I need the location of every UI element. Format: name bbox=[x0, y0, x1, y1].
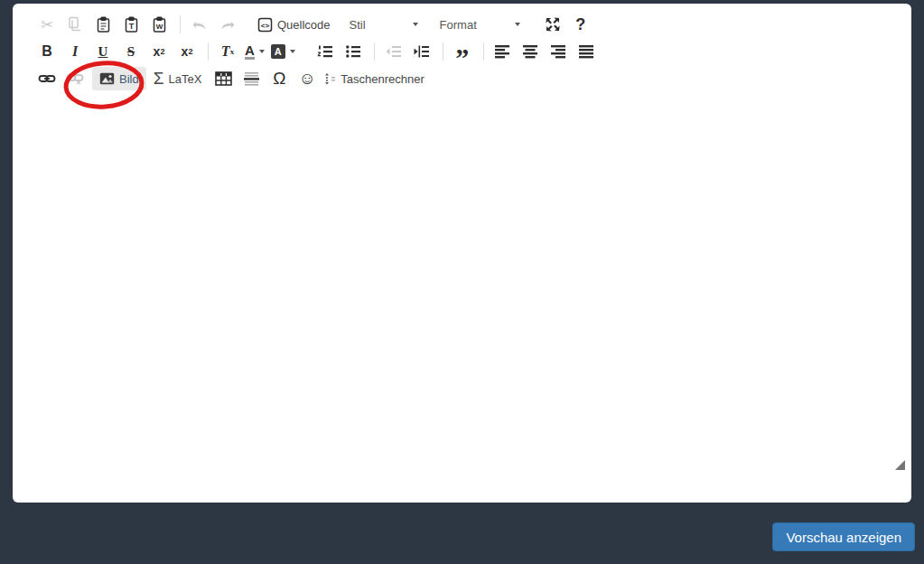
chevron-down-icon bbox=[259, 50, 265, 53]
image-button-label: Bild bbox=[119, 72, 139, 86]
maximize-button[interactable] bbox=[542, 14, 564, 35]
latex-button[interactable]: Σ LaTeX bbox=[154, 68, 202, 89]
superscript-label: x bbox=[182, 44, 189, 59]
paste-from-word-button[interactable]: W bbox=[148, 14, 170, 35]
svg-text:<>: <> bbox=[261, 21, 270, 29]
strikethrough-button[interactable]: S bbox=[120, 41, 142, 62]
bold-button[interactable]: B bbox=[36, 41, 58, 62]
align-left-button[interactable] bbox=[492, 41, 514, 62]
rich-text-editor: ✂ T W <> Quellcode bbox=[13, 4, 911, 503]
toolbar-separator bbox=[180, 15, 181, 33]
align-right-button[interactable] bbox=[548, 41, 570, 62]
source-code-icon: <> bbox=[257, 17, 273, 33]
superscript-mark: 2 bbox=[188, 47, 192, 56]
toolbar-separator bbox=[483, 42, 484, 61]
toolbar-separator bbox=[208, 42, 209, 61]
bulleted-list-icon bbox=[344, 43, 361, 60]
smiley-button[interactable]: ☺ bbox=[296, 68, 318, 89]
numbered-list-button[interactable] bbox=[314, 41, 336, 62]
omega-icon: Ω bbox=[273, 69, 285, 89]
redo-arrow-icon bbox=[219, 17, 237, 32]
bulleted-list-button[interactable] bbox=[342, 41, 364, 62]
align-left-icon bbox=[495, 44, 510, 59]
toolbar-separator bbox=[374, 42, 375, 61]
unlink-button[interactable] bbox=[64, 68, 86, 89]
horizontal-rule-button[interactable] bbox=[240, 68, 262, 89]
unlink-icon bbox=[66, 71, 84, 86]
question-mark-icon: ? bbox=[575, 15, 585, 34]
undo-arrow-icon bbox=[191, 17, 209, 32]
redo-button[interactable] bbox=[217, 14, 238, 35]
paste-button[interactable] bbox=[92, 14, 114, 35]
chevron-down-icon bbox=[413, 23, 418, 26]
remove-format-t: T bbox=[221, 43, 230, 60]
subscript-label: x bbox=[154, 44, 161, 59]
image-button[interactable]: Bild bbox=[92, 67, 146, 90]
subscript-button[interactable]: x2 bbox=[148, 41, 170, 62]
numbered-list-icon bbox=[316, 43, 333, 60]
link-icon bbox=[38, 72, 56, 85]
smiley-icon: ☺ bbox=[299, 69, 316, 89]
page: { "colors": { "page_bg": "#2d3744", "but… bbox=[0, 0, 924, 564]
superscript-button[interactable]: x2 bbox=[176, 41, 198, 62]
resize-handle[interactable] bbox=[895, 460, 905, 470]
image-icon bbox=[99, 72, 115, 85]
sigma-icon: Σ bbox=[154, 69, 164, 89]
undo-button[interactable] bbox=[189, 14, 210, 35]
paste-word-icon: W bbox=[151, 16, 168, 33]
toolbar-row-1: ✂ T W <> Quellcode bbox=[36, 11, 911, 38]
text-color-button[interactable]: A bbox=[245, 41, 265, 62]
help-button[interactable]: ? bbox=[570, 14, 592, 35]
maximize-icon bbox=[545, 16, 561, 33]
toolbar-row-2: B I U S x2 x2 Tx A A bbox=[36, 38, 911, 65]
text-color-icon: A bbox=[245, 43, 255, 60]
source-code-button[interactable]: <> Quellcode bbox=[257, 14, 331, 35]
justify-icon bbox=[579, 44, 594, 59]
editor-toolbar: ✂ T W <> Quellcode bbox=[13, 4, 911, 92]
format-dropdown-value: Format bbox=[440, 18, 477, 32]
background-color-button[interactable]: A bbox=[271, 41, 295, 62]
underline-button[interactable]: U bbox=[92, 41, 114, 62]
svg-text:W: W bbox=[155, 23, 163, 31]
indent-icon bbox=[413, 43, 430, 60]
show-preview-button[interactable]: Vorschau anzeigen bbox=[772, 522, 915, 551]
style-dropdown[interactable]: Stil bbox=[350, 18, 418, 32]
blockquote-button[interactable]: ” bbox=[452, 41, 473, 62]
table-button[interactable] bbox=[212, 68, 234, 89]
paste-text-icon: T bbox=[123, 16, 140, 33]
calculator-icon bbox=[324, 72, 336, 85]
paste-icon bbox=[95, 16, 112, 33]
increase-indent-button[interactable] bbox=[411, 41, 433, 62]
copy-button[interactable] bbox=[64, 14, 86, 35]
link-button[interactable] bbox=[36, 68, 58, 89]
remove-format-x: x bbox=[230, 47, 235, 56]
editor-content[interactable] bbox=[13, 92, 911, 481]
remove-format-button[interactable]: Tx bbox=[217, 41, 238, 62]
calculator-button[interactable]: Taschenrechner bbox=[324, 68, 425, 89]
toolbar-separator bbox=[443, 42, 443, 61]
table-icon bbox=[215, 71, 232, 86]
style-dropdown-value: Stil bbox=[350, 18, 366, 32]
format-dropdown[interactable]: Format bbox=[440, 18, 520, 32]
source-code-label: Quellcode bbox=[277, 18, 331, 32]
align-center-button[interactable] bbox=[520, 41, 542, 62]
horizontal-rule-icon bbox=[244, 71, 259, 86]
svg-text:T: T bbox=[128, 22, 134, 31]
scissors-icon: ✂ bbox=[41, 15, 53, 34]
copy-icon bbox=[67, 16, 83, 33]
special-character-button[interactable]: Ω bbox=[268, 68, 290, 89]
align-center-icon bbox=[523, 44, 538, 59]
cut-button[interactable]: ✂ bbox=[36, 14, 58, 35]
toolbar-row-3: Bild Σ LaTeX Ω ☺ Taschenrechner bbox=[36, 65, 911, 92]
background-color-icon: A bbox=[271, 44, 285, 59]
align-right-icon bbox=[551, 44, 566, 59]
chevron-down-icon bbox=[290, 50, 295, 53]
decrease-indent-button[interactable] bbox=[383, 41, 405, 62]
paste-plain-text-button[interactable]: T bbox=[120, 14, 142, 35]
italic-button[interactable]: I bbox=[64, 41, 86, 62]
outdent-icon bbox=[385, 43, 402, 60]
justify-button[interactable] bbox=[576, 41, 598, 62]
resize-triangle-icon bbox=[895, 460, 905, 470]
calculator-button-label: Taschenrechner bbox=[341, 72, 425, 86]
latex-button-label: LaTeX bbox=[168, 72, 201, 86]
